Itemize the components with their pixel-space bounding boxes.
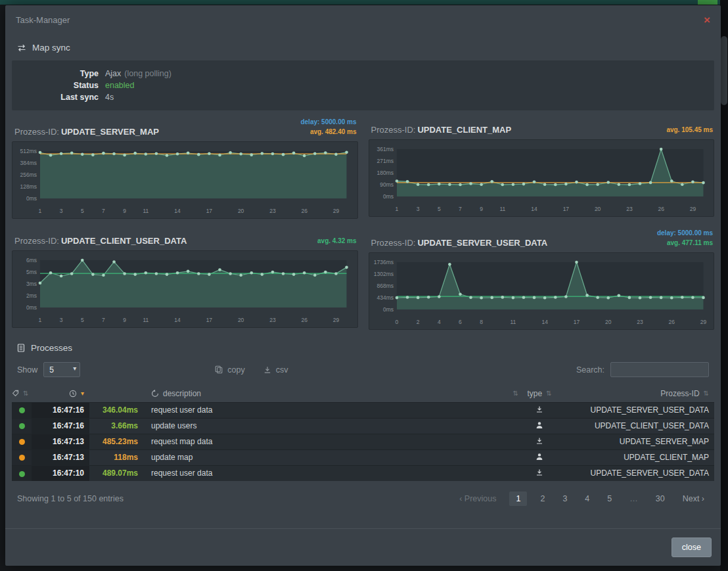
chart-panel: 1736ms1302ms868ms434ms0ms024681114172023… bbox=[369, 252, 715, 330]
modal-header: Task-Manager × bbox=[5, 5, 721, 30]
svg-text:20: 20 bbox=[594, 206, 601, 212]
copy-button[interactable]: copy bbox=[215, 365, 244, 375]
user-icon bbox=[521, 449, 558, 465]
table-row: 16:47:13118msupdate mapUPDATE_CLIENT_MAP bbox=[12, 449, 714, 465]
pagination-next[interactable]: Next › bbox=[678, 491, 709, 506]
pagination-previous[interactable]: ‹ Previous bbox=[455, 491, 501, 506]
status-column-header[interactable]: ⇅ bbox=[12, 385, 32, 402]
process-id-column-header[interactable]: Prozess-ID ⇅ bbox=[558, 385, 714, 402]
pagination: ‹ Previous12345…30Next › bbox=[455, 491, 709, 506]
chart-card-update-server-map: Prozess-ID:UPDATE_SERVER_MAP delay: 5000… bbox=[12, 116, 358, 219]
svg-text:0ms: 0ms bbox=[26, 195, 37, 202]
svg-text:9: 9 bbox=[123, 208, 126, 214]
duration-cell: 485.23ms bbox=[89, 434, 145, 449]
svg-text:20: 20 bbox=[238, 317, 244, 323]
svg-text:361ms: 361ms bbox=[376, 146, 393, 152]
info-row-type: Type Ajax (long polling) bbox=[12, 68, 714, 80]
chart-svg-update-client-map: 361ms271ms180ms90ms0ms135791114172023262… bbox=[371, 144, 709, 214]
close-icon[interactable]: × bbox=[704, 14, 710, 26]
table-row: 16:47:13485.23msrequest map dataUPDATE_S… bbox=[12, 434, 714, 449]
pagination-page-4[interactable]: 4 bbox=[580, 491, 594, 506]
svg-text:20: 20 bbox=[604, 319, 611, 325]
time-column-header[interactable]: ▾ bbox=[32, 385, 89, 402]
page-scrollbar[interactable] bbox=[720, 0, 728, 571]
svg-text:0: 0 bbox=[395, 319, 398, 325]
svg-text:3ms: 3ms bbox=[26, 281, 37, 287]
type-extra: (long polling) bbox=[124, 68, 171, 80]
show-select[interactable]: 5 bbox=[43, 362, 80, 377]
chart-card-update-server-user-data: Prozess-ID:UPDATE_SERVER_USER_DATA delay… bbox=[369, 227, 715, 330]
info-row-last-sync: Last sync 4s bbox=[12, 91, 714, 103]
description-cell: request user data bbox=[145, 465, 521, 481]
process-table: ⇅ ▾ bbox=[12, 385, 714, 481]
map-sync-info: Type Ajax (long polling) Status enabled … bbox=[12, 60, 714, 110]
process-id-cell: UPDATE_SERVER_USER_DATA bbox=[558, 465, 714, 481]
modal-title: Task-Manager bbox=[16, 15, 70, 25]
svg-text:5: 5 bbox=[81, 208, 84, 214]
chart-panel: 512ms384ms256ms128ms0ms13579111417202326… bbox=[12, 141, 358, 219]
type-value: Ajax bbox=[105, 68, 121, 80]
duration-cell: 346.04ms bbox=[89, 402, 145, 418]
delay-label: delay: 5000.00 ms bbox=[657, 228, 713, 238]
svg-text:17: 17 bbox=[206, 208, 213, 214]
processes-heading: Processes bbox=[17, 343, 709, 353]
background-topbar bbox=[0, 0, 720, 5]
process-id-cell: UPDATE_CLIENT_USER_DATA bbox=[558, 418, 714, 434]
scrollbar-thumb[interactable] bbox=[721, 36, 727, 105]
svg-text:256ms: 256ms bbox=[20, 171, 36, 178]
duration-cell: 118ms bbox=[89, 449, 145, 465]
svg-text:6ms: 6ms bbox=[26, 257, 37, 263]
pagination-page-3[interactable]: 3 bbox=[558, 491, 572, 506]
download-icon bbox=[521, 465, 558, 481]
duration-cell: 3.66ms bbox=[89, 418, 145, 434]
pagination-page-1[interactable]: 1 bbox=[509, 491, 527, 506]
svg-text:5: 5 bbox=[81, 317, 84, 323]
processes-heading-label: Processes bbox=[31, 343, 72, 353]
csv-button[interactable]: csv bbox=[263, 365, 288, 375]
svg-text:5ms: 5ms bbox=[26, 269, 37, 275]
svg-text:7: 7 bbox=[102, 208, 105, 214]
pagination-page-30[interactable]: 30 bbox=[651, 491, 670, 506]
avg-label: avg. 4.32 ms bbox=[317, 236, 356, 246]
svg-text:23: 23 bbox=[626, 206, 633, 212]
svg-text:26: 26 bbox=[301, 208, 307, 214]
status-cell bbox=[12, 449, 32, 465]
type-column-header[interactable]: type ⇅ bbox=[521, 385, 558, 402]
table-row: 16:47:163.66msupdate usersUPDATE_CLIENT_… bbox=[12, 418, 714, 434]
svg-text:17: 17 bbox=[206, 317, 213, 323]
close-button[interactable]: close bbox=[671, 537, 712, 557]
tag-icon bbox=[12, 390, 19, 397]
showing-entries-text: Showing 1 to 5 of 150 entries bbox=[17, 494, 124, 503]
process-id-cell: UPDATE_SERVER_MAP bbox=[558, 434, 714, 449]
description-column-header[interactable]: description ⇅ bbox=[145, 385, 521, 402]
time-cell: 16:47:13 bbox=[32, 449, 89, 465]
search-label: Search: bbox=[576, 365, 604, 375]
svg-text:3: 3 bbox=[60, 317, 63, 323]
svg-text:434ms: 434ms bbox=[376, 294, 393, 301]
pagination-page-5[interactable]: 5 bbox=[603, 491, 616, 506]
avg-label: avg. 105.45 ms bbox=[666, 125, 713, 135]
svg-text:1: 1 bbox=[39, 208, 42, 214]
pagination-page-2[interactable]: 2 bbox=[535, 491, 549, 506]
svg-text:6: 6 bbox=[459, 319, 462, 325]
svg-text:180ms: 180ms bbox=[376, 170, 393, 176]
process-table-body: 16:47:16346.04msrequest user dataUPDATE_… bbox=[12, 402, 714, 481]
table-controls: Show 5 copy csv Search: bbox=[17, 362, 709, 377]
sort-icon: ⇅ bbox=[546, 390, 551, 397]
svg-text:14: 14 bbox=[541, 319, 548, 325]
delay-label: delay: 5000.00 ms bbox=[300, 117, 356, 127]
svg-text:14: 14 bbox=[174, 317, 181, 323]
history-icon bbox=[151, 390, 159, 398]
sort-icon: ⇅ bbox=[513, 390, 518, 397]
svg-text:0ms: 0ms bbox=[26, 304, 37, 311]
svg-text:11: 11 bbox=[143, 208, 148, 214]
search-input[interactable] bbox=[610, 362, 709, 377]
chart-panel: 361ms271ms180ms90ms0ms135791114172023262… bbox=[369, 139, 715, 217]
svg-text:23: 23 bbox=[269, 317, 276, 323]
status-value: enabled bbox=[105, 80, 135, 91]
charts-grid: Prozess-ID:UPDATE_SERVER_MAP delay: 5000… bbox=[12, 116, 714, 330]
status-label: Status bbox=[12, 80, 99, 91]
duration-column-header[interactable] bbox=[89, 385, 145, 402]
chart-svg-update-server-map: 512ms384ms256ms128ms0ms13579111417202326… bbox=[14, 146, 352, 216]
table-header-row: ⇅ ▾ bbox=[12, 385, 714, 402]
